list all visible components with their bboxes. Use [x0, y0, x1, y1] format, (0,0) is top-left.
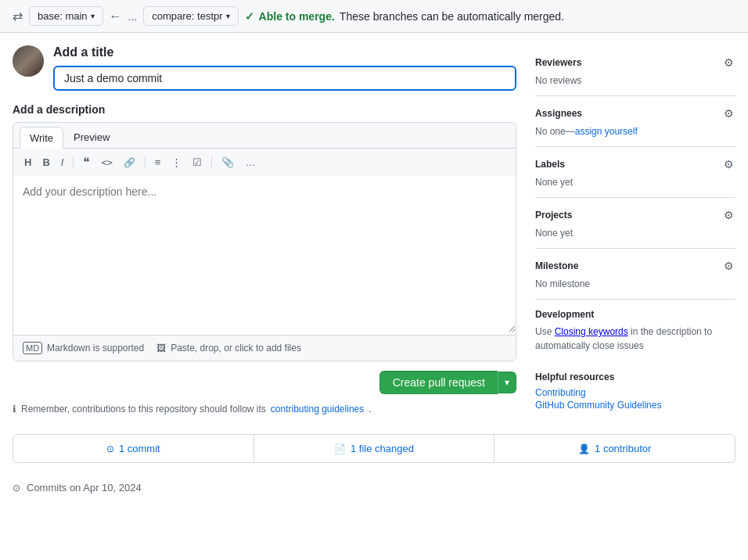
base-branch-label: base: main [38, 10, 88, 22]
right-panel: Reviewers ⚙ No reviews Assignees ⚙ No on… [535, 45, 735, 422]
contributor-icon: 👤 [578, 443, 590, 454]
labels-value: None yet [535, 177, 735, 188]
ordered-list-button[interactable]: ≡ [150, 153, 166, 171]
commits-date-icon: ⊙ [13, 483, 20, 494]
merge-detail-text: These branches can be automatically merg… [340, 10, 564, 23]
reviewers-settings-button[interactable]: ⚙ [722, 55, 735, 70]
contributors-count: 1 contributor [595, 443, 651, 454]
more-button[interactable]: … [240, 153, 260, 171]
merge-status: ✓ Able to merge. These branches can be a… [245, 10, 564, 23]
description-section: Add a description Write Preview H B I [13, 103, 516, 361]
milestone-settings-button[interactable]: ⚙ [722, 258, 735, 274]
reviewers-section: Reviewers ⚙ No reviews [535, 45, 735, 96]
reviewers-label: Reviewers [535, 57, 581, 68]
task-list-button[interactable]: ☑ [188, 153, 207, 171]
create-pull-request-dropdown[interactable]: ▾ [498, 372, 516, 393]
editor-tabs: Write Preview [13, 123, 516, 149]
contributing-guidelines-link[interactable]: contributing guidelines [271, 404, 364, 415]
title-row: Add a title [13, 45, 516, 91]
reviewers-header: Reviewers ⚙ [535, 55, 735, 70]
community-guidelines-link[interactable]: GitHub Community Guidelines [535, 400, 735, 411]
milestone-section: Milestone ⚙ No milestone [535, 249, 735, 300]
add-title-label: Add a title [53, 45, 516, 59]
milestone-header: Milestone ⚙ [535, 258, 735, 274]
assign-yourself-link[interactable]: assign yourself [575, 126, 638, 137]
unordered-list-button[interactable]: ⋮ [167, 153, 186, 171]
back-arrow-icon: ← [110, 9, 122, 23]
notice-text: Remember, contributions to this reposito… [21, 404, 266, 415]
commits-date-note: ⊙ Commits on Apr 10, 2024 [0, 476, 748, 500]
actions-row: Create pull request ▾ [13, 371, 516, 394]
reviewers-value: No reviews [535, 75, 735, 86]
code-button[interactable]: <> [96, 154, 117, 171]
development-text: Use Closing keywords in the description … [535, 325, 735, 353]
base-branch-selector[interactable]: base: main ▾ [29, 6, 103, 26]
helpful-resources-label: Helpful resources [535, 372, 735, 382]
assignees-section: Assignees ⚙ No one—assign yourself [535, 96, 735, 147]
avatar [13, 45, 44, 77]
markdown-icon: MD [23, 342, 42, 354]
assignees-header: Assignees ⚙ [535, 106, 735, 121]
write-tab[interactable]: Write [20, 127, 63, 149]
avatar-image [13, 45, 44, 77]
title-input[interactable] [53, 66, 516, 91]
helpful-resources-section: Helpful resources Contributing GitHub Co… [535, 362, 735, 422]
commit-icon: ⊙ [106, 443, 114, 454]
link-button[interactable]: 🔗 [119, 154, 140, 171]
commits-count: 1 commit [119, 443, 160, 454]
projects-value: None yet [535, 228, 735, 239]
editor-toolbar: H B I ❝ <> 🔗 ≡ ⋮ ☑ 📎 [13, 149, 516, 176]
development-section: Development Use Closing keywords in the … [535, 300, 735, 362]
editor-footer: MD Markdown is supported 🖼 Paste, drop, … [13, 335, 516, 361]
paste-icon: 🖼 [156, 343, 166, 354]
files-count: 1 file changed [351, 443, 414, 454]
separator-dots: ... [128, 10, 138, 23]
compare-branch-selector[interactable]: compare: testpr ▾ [143, 6, 238, 26]
preview-tab[interactable]: Preview [63, 126, 120, 148]
create-pull-request-button[interactable]: Create pull request [379, 371, 498, 394]
development-label: Development [535, 309, 735, 320]
files-changed-link[interactable]: 📄 1 file changed [254, 435, 495, 462]
labels-section: Labels ⚙ None yet [535, 147, 735, 198]
attach-button[interactable]: 📎 [217, 153, 239, 171]
assignees-value: No one—assign yourself [535, 126, 735, 137]
compare-branch-label: compare: testpr [152, 10, 222, 22]
pr-form: Add a title Add a description Write Prev… [13, 45, 516, 415]
commits-link[interactable]: ⊙ 1 commit [13, 435, 254, 462]
file-icon: 📄 [334, 443, 346, 454]
add-description-label: Add a description [13, 103, 516, 116]
milestone-label: Milestone [535, 260, 578, 271]
labels-settings-button[interactable]: ⚙ [722, 156, 735, 172]
milestone-value: No milestone [535, 278, 735, 289]
labels-label: Labels [535, 159, 565, 170]
bold-button[interactable]: B [38, 153, 54, 171]
info-icon: ℹ [13, 404, 16, 415]
branch-comparison-bar: ⇄ base: main ▾ ← ... compare: testpr ▾ ✓… [0, 0, 748, 33]
markdown-support-label: MD Markdown is supported [23, 342, 144, 354]
stats-bar: ⊙ 1 commit 📄 1 file changed 👤 1 contribu… [13, 434, 735, 463]
assignees-label: Assignees [535, 108, 582, 119]
contributors-link[interactable]: 👤 1 contributor [494, 435, 735, 462]
commits-date-text: Commits on Apr 10, 2024 [27, 482, 142, 494]
projects-label: Projects [535, 210, 572, 221]
closing-keywords-link[interactable]: Closing keywords [555, 326, 628, 337]
assignees-settings-button[interactable]: ⚙ [722, 106, 735, 121]
switch-branches-icon: ⇄ [13, 9, 23, 23]
notice-period: . [369, 404, 371, 415]
description-textarea[interactable] [13, 176, 516, 332]
heading-button[interactable]: H [20, 153, 36, 171]
contributing-link[interactable]: Contributing [535, 387, 735, 398]
labels-header: Labels ⚙ [535, 156, 735, 172]
toolbar-separator-1 [73, 156, 74, 169]
compare-caret-icon: ▾ [226, 12, 230, 20]
italic-button[interactable]: I [56, 153, 69, 171]
projects-header: Projects ⚙ [535, 207, 735, 223]
projects-settings-button[interactable]: ⚙ [722, 207, 735, 223]
editor-wrapper: Write Preview H B I ❝ <> 🔗 [13, 122, 516, 361]
projects-section: Projects ⚙ None yet [535, 198, 735, 249]
main-content: Add a title Add a description Write Prev… [0, 33, 748, 434]
quote-button[interactable]: ❝ [78, 152, 95, 173]
able-to-merge-text: Able to merge. [259, 10, 335, 23]
paste-label: 🖼 Paste, drop, or click to add files [156, 343, 301, 354]
toolbar-separator-2 [145, 156, 146, 169]
